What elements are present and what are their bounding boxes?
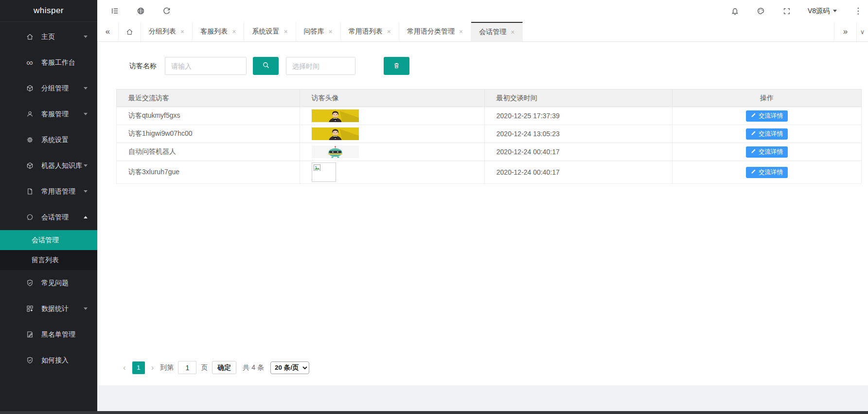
sessions-table: 最近交流访客 访客头像 最初交谈时间 操作 访客qtukmyf5gxs (116, 89, 862, 184)
sidebar: whisper 主页 ∞ 客服工作台 分组管理 客服管理 (0, 0, 97, 414)
chat-icon (25, 213, 34, 222)
page-number-button[interactable]: 1 (132, 361, 145, 374)
sidebar-item-home[interactable]: 主页 (0, 24, 97, 50)
tabbar: « 分组列表 × 客服列表 × 系统设置 × 问答库 × 常用语列表 × (97, 22, 868, 42)
visitor-name-input[interactable] (165, 57, 247, 75)
first-chat-time: 2020-12-24 13:05:23 (484, 125, 672, 143)
close-icon[interactable]: × (232, 28, 236, 35)
bell-icon[interactable] (730, 6, 740, 16)
goto-prefix-label: 到第 (160, 363, 174, 372)
tabs-dropdown[interactable]: ∨ (856, 22, 868, 41)
close-icon[interactable]: × (180, 28, 184, 35)
sidebar-item-label: 分组管理 (41, 84, 84, 93)
close-icon[interactable]: × (283, 28, 287, 35)
topbar: V8源码 ⋮ (97, 0, 868, 22)
header-recent-visitor: 最近交流访客 (117, 90, 300, 107)
tabs-scroll-left[interactable]: « (97, 22, 119, 41)
sidebar-item-label: 客服工作台 (41, 58, 88, 67)
prev-page-icon[interactable]: ‹ (121, 363, 128, 373)
tab-label: 会话管理 (479, 28, 506, 36)
time-picker-input[interactable] (286, 57, 355, 75)
page-size-select[interactable]: 20 条/页 (270, 361, 309, 374)
close-icon[interactable]: × (329, 28, 333, 35)
sessions-submenu: 会话管理 留言列表 (0, 230, 97, 270)
globe-icon[interactable] (136, 6, 145, 16)
shield-check-icon (25, 279, 34, 288)
home-tab[interactable] (119, 22, 141, 41)
chat-detail-button[interactable]: 交流详情 (746, 167, 788, 178)
bottom-bar (0, 411, 868, 414)
sidebar-item-agents[interactable]: 客服管理 (0, 101, 97, 127)
sidebar-item-robot-kb[interactable]: 机器人知识库 (0, 153, 97, 179)
sidebar-item-blacklist[interactable]: 黑名单管理 (0, 322, 97, 347)
app-logo: whisper (0, 0, 97, 22)
tab-label: 客服列表 (200, 27, 228, 36)
refresh-icon[interactable] (161, 6, 171, 16)
more-options-icon[interactable]: ⋮ (853, 6, 863, 16)
theme-palette-icon[interactable] (756, 6, 766, 16)
tab-phrase-category[interactable]: 常用语分类管理 × (399, 22, 471, 41)
tab-label: 系统设置 (252, 27, 279, 36)
sidebar-item-workbench[interactable]: ∞ 客服工作台 (0, 50, 97, 75)
sidebar-item-faq[interactable]: 常见问题 (0, 270, 97, 296)
delete-button[interactable] (384, 57, 409, 75)
goto-page-input[interactable] (178, 361, 196, 374)
sidebar-item-phrases[interactable]: 常用语管理 (0, 179, 97, 204)
tab-label: 常用语列表 (349, 27, 383, 36)
chevron-down-icon (84, 36, 88, 38)
broken-image-icon (312, 162, 336, 182)
chevron-down-icon (84, 190, 88, 193)
table-row: 自动问答机器人 (117, 143, 862, 161)
tab-phrase-list[interactable]: 常用语列表 × (341, 22, 399, 41)
actions-cell: 交流详情 (672, 107, 861, 125)
main-area: V8源码 ⋮ « 分组列表 × 客服列表 × 系统设置 × (97, 0, 868, 414)
sidebar-item-how-to-access[interactable]: 如何接入 (0, 347, 97, 373)
submenu-item-message-list[interactable]: 留言列表 (0, 250, 97, 270)
sidebar-item-groups[interactable]: 分组管理 (0, 75, 97, 101)
first-chat-time: 2020-12-25 17:37:39 (484, 107, 672, 125)
tab-label: 常用语分类管理 (407, 27, 455, 36)
header-visitor-avatar: 访客头像 (300, 90, 484, 107)
chat-detail-button[interactable]: 交流详情 (746, 128, 788, 140)
version-label: V8源码 (808, 7, 830, 16)
fullscreen-icon[interactable] (782, 6, 792, 16)
actions-cell: 交流详情 (672, 125, 861, 143)
submenu-item-session-management[interactable]: 会话管理 (0, 230, 97, 250)
sidebar-item-sessions[interactable]: 会话管理 (0, 204, 97, 230)
confirm-button[interactable]: 确定 (212, 361, 236, 374)
table-row: 访客qtukmyf5gxs (117, 107, 862, 125)
tab-session-management[interactable]: 会话管理 × (471, 22, 523, 41)
content-panel: 访客名称 最近交流访客 访客头像 (97, 42, 868, 385)
tab-qa-library[interactable]: 问答库 × (296, 22, 341, 41)
chat-detail-button[interactable]: 交流详情 (746, 110, 788, 122)
tab-agent-list[interactable]: 客服列表 × (193, 22, 244, 41)
visitor-name: 访客1higwi9w07hc00 (117, 125, 300, 143)
close-icon[interactable]: × (387, 28, 391, 35)
close-icon[interactable]: × (511, 29, 514, 36)
tab-group-list[interactable]: 分组列表 × (141, 22, 193, 41)
submenu-item-label: 会话管理 (32, 236, 59, 245)
chat-detail-label: 交流详情 (759, 112, 783, 120)
collapse-sidebar-icon[interactable] (110, 6, 120, 16)
sidebar-menu: 主页 ∞ 客服工作台 分组管理 客服管理 系统设置 (0, 22, 97, 373)
tabs-scroll-right[interactable]: » (834, 22, 856, 41)
gear-icon (25, 136, 34, 144)
sidebar-item-label: 如何接入 (41, 356, 88, 365)
close-icon[interactable]: × (459, 28, 463, 35)
chat-detail-button[interactable]: 交流详情 (746, 146, 788, 158)
goto-suffix-label: 页 (201, 363, 208, 372)
version-dropdown[interactable]: V8源码 (808, 7, 837, 16)
sidebar-item-settings[interactable]: 系统设置 (0, 127, 97, 153)
search-icon (262, 61, 270, 71)
tab-label: 问答库 (304, 27, 324, 36)
first-chat-time: 2020-12-24 00:40:17 (484, 161, 672, 184)
actions-cell: 交流详情 (672, 161, 861, 184)
search-button[interactable] (253, 57, 279, 75)
cube-icon (25, 84, 34, 93)
infinity-icon: ∞ (25, 58, 34, 67)
next-page-icon[interactable]: › (149, 363, 156, 373)
header-actions: 操作 (672, 90, 861, 107)
sidebar-item-stats[interactable]: 数据统计 (0, 296, 97, 322)
tab-system-settings[interactable]: 系统设置 × (244, 22, 296, 41)
visitor-avatar-cell (300, 143, 484, 161)
